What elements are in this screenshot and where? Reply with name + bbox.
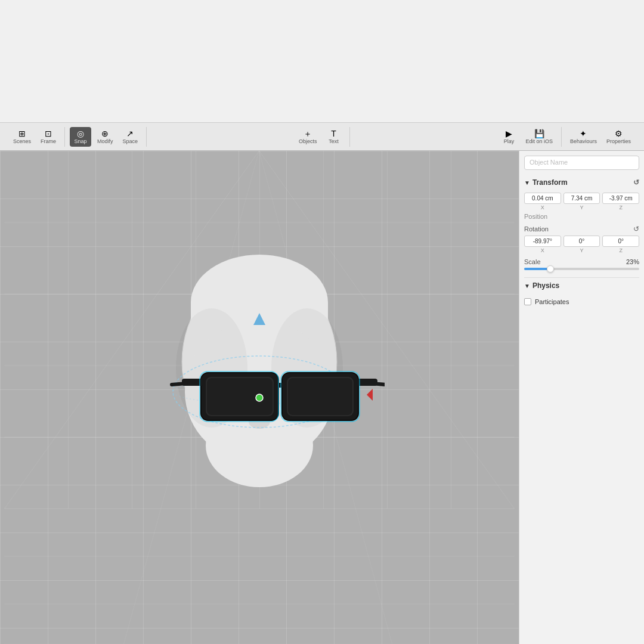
space-icon: ↗ [126,129,134,138]
space-button[interactable]: ↗ Space [119,127,142,147]
rotation-y-group: Y [564,236,600,253]
rotation-x-label: X [541,247,544,253]
edit-ios-button[interactable]: 💾 Edit on iOS [522,127,556,147]
rotation-z-input[interactable] [602,236,639,247]
behaviours-label: Behaviours [570,139,597,144]
main-area: Object Name ▼ Transform ↺ X Y [0,151,644,644]
objects-button[interactable]: ＋ Objects [295,127,321,147]
edit-ios-label: Edit on iOS [525,139,553,144]
physics-section-header[interactable]: ▼ Physics [519,278,644,293]
scenes-icon: ⊞ [18,129,26,138]
properties-icon: ⚙ [615,129,623,138]
position-row: X Y Z [524,193,639,210]
toolbar-group-scenes: ⊞ Scenes ⊡ Frame [5,127,65,147]
space-label: Space [123,139,138,144]
svg-marker-45 [367,389,373,401]
scale-slider-thumb[interactable] [547,265,554,273]
snap-label: Snap [75,139,87,144]
toolbar-group-play: ▶ Play 💾 Edit on iOS [493,127,562,147]
toolbar-group-snap: ◎ Snap ⊕ Modify ↗ Space [65,127,147,147]
position-y-input[interactable] [564,193,600,204]
rotation-z-label: Z [619,247,623,253]
scene-content [0,151,519,644]
modify-button[interactable]: ⊕ Modify [94,127,117,147]
object-name-placeholder: Object Name [530,159,568,166]
position-x-group: X [524,193,561,210]
text-icon: T [331,129,336,138]
scenes-button[interactable]: ⊞ Scenes [10,127,35,147]
scale-value: 23% [626,258,639,265]
position-y-group: Y [564,193,600,210]
rotation-x-group: X [524,236,561,253]
play-label: Play [504,139,515,144]
transform-section-body: X Y Z Position Rotation [519,190,644,277]
rotation-z-group: Z [602,236,639,253]
behaviours-button[interactable]: ✦ Behaviours [566,127,600,147]
rotation-inputs: X Y Z [524,236,639,253]
properties-label: Properties [606,139,631,144]
text-button[interactable]: T Text [323,127,345,147]
position-x-input[interactable] [524,193,561,204]
right-panel: Object Name ▼ Transform ↺ X Y [519,151,644,644]
rotation-reset-button[interactable]: ↺ [633,225,639,233]
toolbar: ⊞ Scenes ⊡ Frame ◎ Snap ⊕ Modify ↗ Space… [0,122,644,151]
objects-label: Objects [299,139,317,144]
transform-section-header[interactable]: ▼ Transform ↺ [519,175,644,190]
scale-row: Scale 23% [524,258,639,270]
frame-button[interactable]: ⊡ Frame [37,127,60,147]
properties-button[interactable]: ⚙ Properties [603,127,634,147]
behaviours-icon: ✦ [580,129,587,138]
svg-point-44 [256,394,263,401]
frame-label: Frame [41,139,56,144]
rotation-label: Rotation [524,225,549,233]
participates-checkbox[interactable] [524,298,531,305]
top-bar [0,0,644,122]
snap-icon: ◎ [77,129,84,138]
svg-rect-36 [288,378,352,415]
physics-label: Physics [532,281,559,290]
position-section-label: Position [524,213,547,220]
modify-label: Modify [97,139,113,144]
toolbar-group-behaviours: ✦ Behaviours ⚙ Properties [562,127,639,147]
position-inputs: X Y Z [524,193,639,210]
participates-row: Participates [519,293,644,310]
transform-chevron-icon: ▼ [524,179,530,186]
transform-reset-button[interactable]: ↺ [633,178,639,187]
snap-button[interactable]: ◎ Snap [70,127,91,147]
face-glasses-svg [134,225,385,535]
rotation-y-input[interactable] [564,236,600,247]
rotation-x-input[interactable] [524,236,561,247]
edit-ios-icon: 💾 [534,129,544,138]
scenes-label: Scenes [13,139,31,144]
position-z-label: Z [619,205,623,210]
viewport[interactable] [0,151,519,644]
svg-rect-41 [371,381,385,386]
rotation-y-label: Y [580,247,584,253]
frame-icon: ⊡ [45,129,52,138]
position-z-input[interactable] [602,193,639,204]
position-z-group: Z [602,193,639,210]
modify-icon: ⊕ [101,129,109,138]
rotation-row: X Y Z [524,236,639,253]
participates-label: Participates [535,298,569,305]
text-label: Text [329,139,339,144]
play-button[interactable]: ▶ Play [498,127,519,147]
physics-chevron-icon: ▼ [524,283,530,289]
objects-icon: ＋ [304,129,312,138]
scale-slider-track[interactable] [524,268,639,270]
transform-label: Transform [532,178,568,187]
scale-label: Scale [524,258,541,265]
play-icon: ▶ [506,129,512,138]
toolbar-group-objects: ＋ Objects T Text [290,127,350,147]
scale-header: Scale 23% [524,258,639,265]
object-name-field[interactable]: Object Name [524,156,639,170]
position-y-label: Y [580,205,584,210]
position-x-label: X [541,205,544,210]
